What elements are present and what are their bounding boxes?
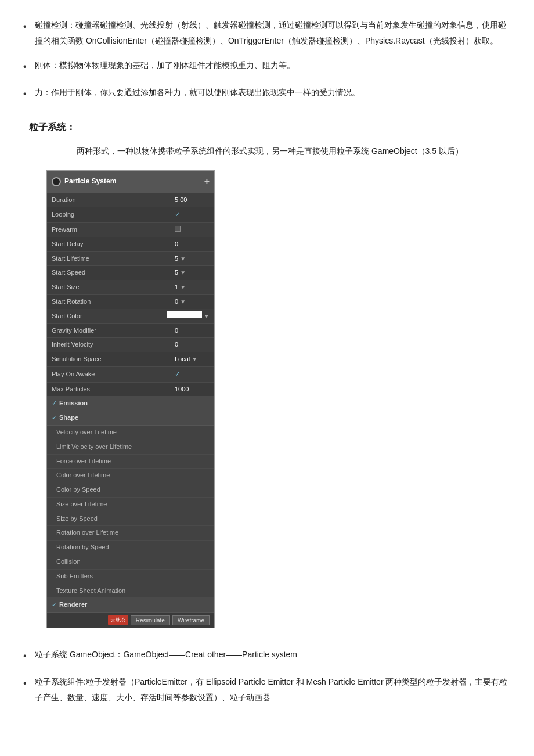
panel-property-label: Prewarm xyxy=(52,224,175,236)
footer-badge: 天地会 xyxy=(108,615,128,625)
bullet-text: 粒子系统 GameObject：GameObject——Creat other—… xyxy=(35,647,511,663)
section-label: Emission xyxy=(59,398,210,409)
bullet-item: • 力：作用于刚体，你只要通过添加各种力，就可以使刚体表现出跟现实中一样的受力情… xyxy=(23,85,511,103)
bullet-dot: • xyxy=(23,648,35,665)
section-label: Shape xyxy=(59,412,210,424)
dropdown-arrow-icon: ▼ xyxy=(204,313,210,319)
dropdown-arrow-icon: ▼ xyxy=(180,298,186,305)
panel-property-label: Duration xyxy=(52,195,175,206)
module-label: Rotation over Lifetime xyxy=(56,527,118,539)
panel-property-row: Start Color ▼ xyxy=(47,309,214,324)
panel-plus-button[interactable]: + xyxy=(204,174,210,190)
top-bullets-section: • 碰撞检测：碰撞器碰撞检测、光线投射（射线）、触发器碰撞检测，通过碰撞检测可以… xyxy=(23,17,511,103)
bullet-text: 刚体：模拟物体物理现象的基础，加了刚体组件才能模拟重力、阻力等。 xyxy=(35,57,511,73)
section-label: Renderer xyxy=(59,599,210,611)
panel-text-value: 0 xyxy=(175,339,210,351)
dropdown-arrow-icon: ▼ xyxy=(180,269,186,276)
module-label: Collision xyxy=(56,556,81,568)
section-check-icon: ✓ xyxy=(52,412,57,424)
panel-property-row: Start Speed 5 ▼ xyxy=(47,266,214,280)
module-row[interactable]: Collision xyxy=(47,555,214,570)
module-label: Color over Lifetime xyxy=(56,470,110,481)
panel-property-label: Start Color xyxy=(52,311,167,322)
panel-footer: 天地会 Resimulate Wireframe xyxy=(47,613,214,628)
section-row-shape[interactable]: ✓ Shape xyxy=(47,411,214,426)
panel-text-value: 1000 xyxy=(175,384,210,395)
panel-title: Particle System xyxy=(64,175,116,188)
dropdown-arrow-icon: ▼ xyxy=(192,356,197,362)
panel-property-label: Max Particles xyxy=(52,384,175,395)
module-label: Rotation by Speed xyxy=(56,542,109,553)
module-row[interactable]: Texture Sheet Animation xyxy=(47,584,214,599)
bullet-dot: • xyxy=(23,59,35,75)
panel-property-row: Prewarm xyxy=(47,223,214,237)
panel-property-label: Start Speed xyxy=(52,267,175,279)
panel-property-label: Simulation Space xyxy=(52,354,175,365)
module-label: Limit Velocity over Lifetime xyxy=(56,441,132,453)
section-title: 粒子系统： xyxy=(23,119,511,136)
panel-property-row: Gravity Modifier 0 xyxy=(47,324,214,339)
bullet-dot: • xyxy=(23,86,35,103)
bullet-dot: • xyxy=(23,675,35,692)
bullet-item: • 碰撞检测：碰撞器碰撞检测、光线投射（射线）、触发器碰撞检测，通过碰撞检测可以… xyxy=(23,17,511,48)
dropdown-arrow-icon: ▼ xyxy=(180,255,186,262)
panel-property-row: Start Size 1 ▼ xyxy=(47,280,214,295)
panel-property-row: Max Particles 1000 xyxy=(47,383,214,397)
module-label: Force over Lifetime xyxy=(56,456,111,467)
dropdown-arrow-icon: ▼ xyxy=(180,284,186,290)
panel-header-left: Particle System xyxy=(52,175,116,188)
panel-property-row: Inherit Velocity 0 xyxy=(47,338,214,352)
bullet-text: 粒子系统组件:粒子发射器（ParticleEmitter，有 Ellipsoid… xyxy=(35,674,511,705)
module-row[interactable]: Sub Emitters xyxy=(47,570,214,584)
panel-text-value: Local ▼ xyxy=(175,354,210,365)
panel-header: Particle System + xyxy=(47,171,214,193)
bullet-item: • 粒子系统组件:粒子发射器（ParticleEmitter，有 Ellipso… xyxy=(23,674,511,705)
panel-property-label: Gravity Modifier xyxy=(52,325,175,337)
panel-property-row: Start Lifetime 5 ▼ xyxy=(47,252,214,267)
resimulate-button[interactable]: Resimulate xyxy=(131,615,170,625)
section-row-renderer[interactable]: ✓ Renderer xyxy=(47,598,214,613)
intro-text: 两种形式，一种以物体携带粒子系统组件的形式实现，另一种是直接使用粒子系统 Gam… xyxy=(23,144,511,159)
panel-text-value: 5 ▼ xyxy=(175,253,210,265)
section-row-emission[interactable]: ✓ Emission xyxy=(47,397,214,411)
module-label: Size over Lifetime xyxy=(56,499,107,510)
bullet-item: • 刚体：模拟物体物理现象的基础，加了刚体组件才能模拟重力、阻力等。 xyxy=(23,57,511,75)
module-row[interactable]: Color over Lifetime xyxy=(47,469,214,483)
module-row[interactable]: Limit Velocity over Lifetime xyxy=(47,440,214,455)
panel-property-label: Looping xyxy=(52,209,175,221)
module-row[interactable]: Rotation by Speed xyxy=(47,541,214,555)
panel-property-row: Looping ✓ xyxy=(47,207,214,223)
bottom-section-wrapper: • 粒子系统 GameObject：GameObject——Creat othe… xyxy=(23,647,511,705)
panel-checkbox-value[interactable] xyxy=(175,224,210,236)
particle-system-icon xyxy=(52,177,61,186)
module-label: Texture Sheet Animation xyxy=(56,585,125,597)
panel-property-row: Play On Awake ✓ xyxy=(47,367,214,383)
module-label: Sub Emitters xyxy=(56,571,93,582)
module-label: Size by Speed xyxy=(56,513,98,525)
panel-property-row: Duration 5.00 xyxy=(47,193,214,208)
panel-property-label: Start Size xyxy=(52,282,175,293)
module-row[interactable]: Velocity over Lifetime xyxy=(47,426,214,440)
module-row[interactable]: Color by Speed xyxy=(47,483,214,498)
wireframe-button[interactable]: Wireframe xyxy=(172,615,210,625)
section-check-icon: ✓ xyxy=(52,398,57,409)
panel-text-value: 1 ▼ xyxy=(175,282,210,293)
module-row[interactable]: Size over Lifetime xyxy=(47,498,214,512)
panel-property-row: Simulation Space Local ▼ xyxy=(47,352,214,367)
section-check-icon: ✓ xyxy=(52,599,57,611)
module-row[interactable]: Size by Speed xyxy=(47,512,214,527)
panel-text-value: 0 xyxy=(175,325,210,337)
panel-check-value: ✓ xyxy=(175,208,210,221)
module-row[interactable]: Force over Lifetime xyxy=(47,455,214,469)
panel-text-value: 5.00 xyxy=(175,195,210,206)
panel-text-value: 5 ▼ xyxy=(175,267,210,279)
panel-text-value: 0 xyxy=(175,239,210,250)
module-row[interactable]: Rotation over Lifetime xyxy=(47,526,214,541)
panel-property-label: Start Rotation xyxy=(52,296,175,308)
module-label: Velocity over Lifetime xyxy=(56,427,117,438)
panel-color-value[interactable]: ▼ xyxy=(167,311,210,322)
particle-system-panel: Particle System + Duration 5.00 Looping … xyxy=(46,170,215,629)
bullet-item: • 粒子系统 GameObject：GameObject——Creat othe… xyxy=(23,647,511,665)
panel-property-label: Inherit Velocity xyxy=(52,339,175,351)
panel-property-label: Start Lifetime xyxy=(52,253,175,265)
